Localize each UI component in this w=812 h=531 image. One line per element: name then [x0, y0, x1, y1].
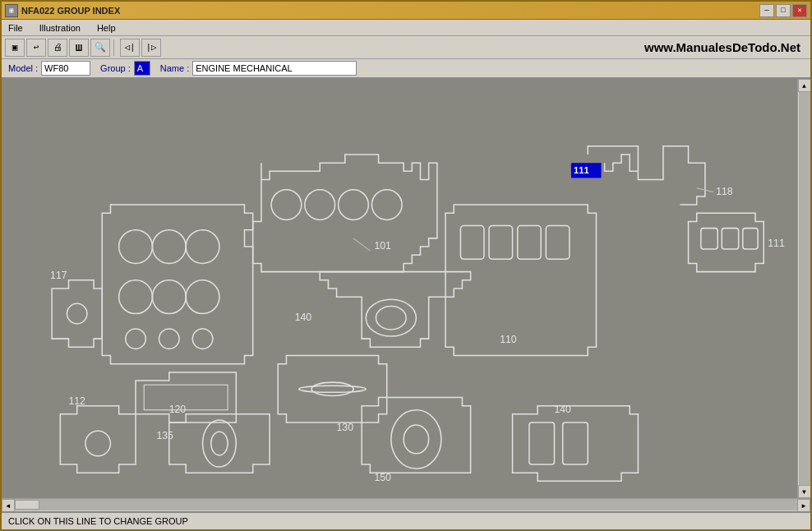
svg-text:117: 117 [50, 270, 67, 281]
svg-point-44 [152, 280, 186, 314]
svg-text:135: 135 [157, 430, 174, 441]
svg-text:120: 120 [169, 404, 187, 415]
svg-point-47 [159, 329, 179, 349]
svg-point-3 [371, 190, 402, 220]
svg-rect-18 [489, 226, 513, 260]
svg-text:130: 130 [337, 422, 354, 433]
svg-text:110: 110 [500, 334, 517, 345]
model-label: Model : [5, 63, 41, 73]
app-icon: ▣ [5, 4, 18, 17]
svg-text:111: 111 [574, 165, 589, 175]
website-label: www.ManualesDeTodo.Net [644, 40, 807, 54]
part-left-block[interactable] [102, 205, 252, 364]
toolbar-btn-print[interactable]: 🖨 [48, 39, 67, 57]
part-111-right[interactable]: 111 [689, 213, 785, 271]
svg-point-0 [271, 190, 302, 220]
part-118[interactable]: 118 [588, 146, 732, 205]
svg-point-46 [126, 329, 145, 349]
svg-rect-19 [518, 226, 542, 260]
window-frame: ▣ NFA022 GROUP INDEX ─ □ ✕ File Illustra… [0, 0, 812, 531]
diagram-area[interactable]: 101 111 118 [2, 79, 797, 498]
part-140-right[interactable]: 140 [513, 404, 639, 482]
group-label: Group : [97, 63, 134, 73]
hscroll-track[interactable] [15, 499, 797, 510]
svg-point-42 [186, 230, 219, 264]
svg-text:112: 112 [69, 395, 86, 407]
title-bar: ▣ NFA022 GROUP INDEX ─ □ ✕ [2, 2, 810, 20]
title-bar-left: ▣ NFA022 GROUP INDEX [5, 4, 120, 17]
part-140[interactable]: 140 [295, 272, 471, 348]
svg-point-43 [119, 280, 153, 314]
restore-button[interactable]: □ [776, 4, 791, 17]
part-120[interactable]: 120 [169, 404, 270, 473]
toolbar-btn-list[interactable]: ш [69, 39, 89, 57]
scroll-right-button[interactable]: ► [797, 499, 810, 512]
svg-text:101: 101 [374, 240, 391, 252]
menu-help[interactable]: Help [94, 21, 119, 35]
scroll-track[interactable] [799, 92, 810, 485]
toolbar-btn-prev[interactable]: ◁| [120, 39, 140, 57]
toolbar-btn-view[interactable]: ▣ [5, 39, 25, 57]
svg-rect-20 [546, 226, 570, 260]
svg-text:111: 111 [768, 238, 785, 249]
model-value[interactable]: WF80 [41, 61, 90, 76]
part-111-highlight[interactable]: 111 [571, 163, 602, 178]
name-value[interactable]: ENGINE MECHANICAL [192, 61, 357, 76]
window-title: NFA022 GROUP INDEX [21, 6, 120, 16]
svg-text:140: 140 [555, 404, 572, 415]
menu-file[interactable]: File [5, 21, 26, 35]
part-117[interactable]: 117 [50, 270, 102, 348]
status-bar: CLICK ON THIS LINE TO CHANGE GROUP [2, 511, 810, 529]
svg-point-31 [203, 420, 237, 467]
toolbar-btn-search[interactable]: 🔍 [90, 39, 110, 57]
svg-point-15 [376, 306, 406, 330]
svg-text:140: 140 [295, 312, 312, 323]
svg-point-35 [404, 425, 429, 454]
svg-point-41 [152, 230, 186, 264]
svg-point-1 [305, 190, 335, 220]
vertical-scrollbar[interactable]: ▲ ▼ [797, 79, 810, 498]
part-101[interactable]: 101 [244, 155, 436, 272]
scroll-up-button[interactable]: ▲ [798, 79, 811, 92]
svg-rect-12 [743, 229, 758, 249]
name-label: Name : [157, 63, 192, 73]
svg-point-48 [192, 329, 212, 349]
svg-text:150: 150 [374, 472, 391, 483]
toolbar: ▣ ↩ 🖨 ш 🔍 ◁| |▷ www.ManualesDeTodo.Net [2, 36, 810, 59]
menu-bar: File Illustration Help [2, 20, 810, 36]
bottom-bar: ◄ ► CLICK ON THIS LINE TO CHANGE GROUP [2, 498, 810, 529]
main-content: 101 111 118 [2, 79, 810, 498]
svg-text:118: 118 [716, 186, 733, 197]
svg-rect-37 [529, 422, 555, 464]
svg-point-34 [391, 410, 441, 469]
svg-rect-11 [722, 229, 738, 249]
minimize-button[interactable]: ─ [759, 4, 774, 17]
svg-point-29 [85, 431, 111, 456]
part-150[interactable]: 150 [362, 397, 470, 483]
svg-point-14 [366, 299, 416, 336]
field-bar: Model : WF80 Group : A Name : ENGINE MEC… [2, 59, 810, 79]
group-value[interactable]: A [134, 61, 150, 76]
svg-rect-38 [563, 422, 588, 464]
part-130[interactable]: 130 [278, 356, 386, 434]
svg-point-26 [311, 382, 353, 395]
toolbar-btn-next[interactable]: |▷ [141, 39, 161, 57]
svg-point-32 [211, 432, 228, 455]
status-message: CLICK ON THIS LINE TO CHANGE GROUP [2, 516, 810, 526]
svg-point-2 [339, 190, 369, 220]
scroll-left-button[interactable]: ◄ [2, 499, 15, 512]
svg-rect-10 [701, 229, 717, 249]
scroll-down-button[interactable]: ▼ [798, 485, 811, 498]
part-112[interactable]: 112 [60, 395, 136, 473]
svg-rect-17 [460, 226, 484, 260]
svg-point-22 [67, 303, 86, 323]
hscroll-thumb[interactable] [15, 500, 39, 510]
svg-point-27 [299, 386, 367, 392]
toolbar-btn-undo[interactable]: ↩ [26, 39, 46, 57]
window-controls: ─ □ ✕ [759, 4, 807, 17]
svg-point-40 [119, 230, 153, 264]
menu-illustration[interactable]: Illustration [36, 21, 84, 35]
svg-point-45 [186, 280, 219, 314]
close-button[interactable]: ✕ [792, 4, 807, 17]
engine-diagram: 101 111 118 [2, 79, 797, 498]
